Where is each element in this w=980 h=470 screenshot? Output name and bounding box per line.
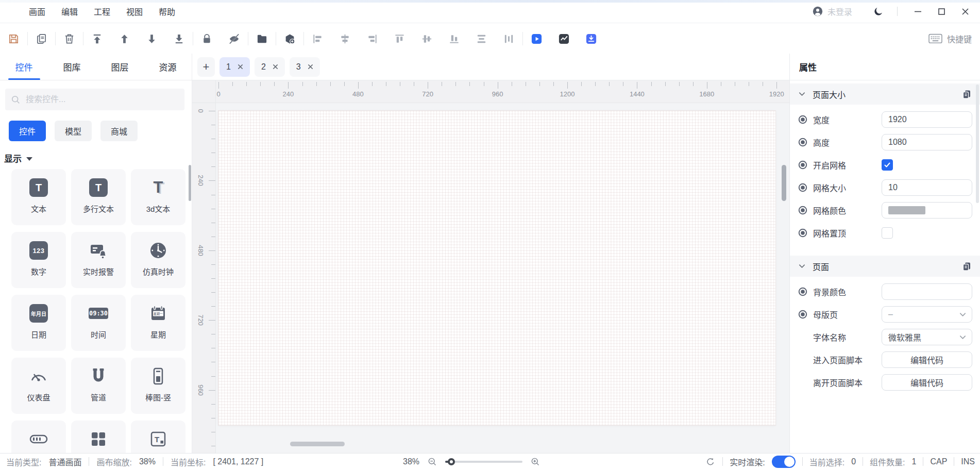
category-row[interactable]: 显示 [4,152,32,164]
distribute-vertical-button[interactable] [468,27,495,51]
page-tab-1[interactable]: 1 [219,57,250,77]
move-to-bottom-button[interactable] [165,27,193,51]
widget-仪表盘[interactable]: 仪表盘 [11,358,66,414]
save-button[interactable] [0,27,27,51]
input-背景颜色[interactable] [882,283,972,300]
zoom-slider-handle[interactable] [448,458,455,465]
filter-模型[interactable]: 模型 [55,121,92,141]
maximize-button[interactable] [934,4,949,19]
realtime-render-toggle[interactable] [772,456,796,468]
design-page[interactable] [218,111,775,425]
bind-indicator-icon[interactable] [798,115,807,124]
caps-lock-indicator[interactable]: CAP [930,457,947,466]
menu-item-1[interactable]: 画面 [29,5,45,18]
widget-partial[interactable]: T [131,421,185,454]
search-input[interactable] [25,94,178,105]
widget-棒图-竖[interactable]: 棒图-竖 [131,358,185,414]
widget-仿真时钟[interactable]: 仿真时钟 [131,232,185,288]
move-up-button[interactable] [111,27,138,51]
left-tab-资源[interactable]: 资源 [144,54,192,80]
align-left-button[interactable] [304,27,331,51]
widget-文本[interactable]: T文本 [11,169,66,225]
align-bottom-button[interactable] [441,27,468,51]
align-center-vertical-button[interactable] [331,27,359,51]
properties-scrollbar[interactable] [976,85,979,203]
preview-run-button[interactable] [523,27,550,51]
widget-管道[interactable]: 管道 [71,358,126,414]
zoom-slider[interactable] [445,461,522,463]
bind-indicator-icon[interactable] [798,183,807,192]
menu-item-4[interactable]: 视图 [126,5,143,18]
widget-时间[interactable]: 09:30时间 [71,295,126,351]
align-top-button[interactable] [386,27,413,51]
zoom-out-button[interactable] [427,457,437,467]
zoom-in-button[interactable] [530,457,540,467]
input-网格大小[interactable]: 10 [882,179,972,196]
chevron-down-icon[interactable] [798,90,806,98]
widget-实时报警[interactable]: 实时报警 [71,232,126,288]
widget-日期[interactable]: 年月日日期 [11,295,66,351]
input-高度[interactable]: 1080 [882,134,972,150]
move-to-top-button[interactable] [83,27,111,51]
download-button[interactable] [578,27,605,51]
folder-button[interactable] [248,27,276,51]
select-字体名称[interactable]: 微软雅黑 [882,329,972,345]
menu-item-5[interactable]: 帮助 [159,5,175,18]
bind-indicator-icon[interactable] [798,160,807,170]
tab-close-icon[interactable] [308,64,313,70]
copy-properties-icon[interactable] [961,261,972,272]
input-宽度[interactable]: 1920 [882,111,972,128]
shortcut-keys-button[interactable]: 快捷键 [928,23,972,54]
left-tab-图层[interactable]: 图层 [96,54,144,80]
bind-indicator-icon[interactable] [798,206,807,215]
dark-mode-toggle[interactable] [873,6,884,17]
section-header-页面大小[interactable]: 页面大小 [790,83,980,105]
bind-indicator-icon[interactable] [798,287,807,296]
select-母版页[interactable]: – [882,306,972,323]
checkbox-开启网格[interactable] [882,159,893,171]
left-tab-图库[interactable]: 图库 [48,54,96,80]
page-tab-3[interactable]: 3 [290,57,320,77]
canvas-vertical-scrollbar[interactable] [782,165,786,201]
menu-item-3[interactable]: 工程 [94,5,110,18]
canvas-horizontal-scrollbar[interactable] [290,442,345,446]
render-monitor-button[interactable] [550,27,578,51]
move-down-button[interactable] [138,27,165,51]
section-header-页面[interactable]: 页面 [790,256,980,277]
page-tab-2[interactable]: 2 [255,57,285,77]
align-right-button[interactable] [359,27,386,51]
widget-partial[interactable] [11,421,66,454]
widget-多行文本[interactable]: T多行文本 [71,169,126,225]
filter-控件[interactable]: 控件 [9,121,46,141]
chevron-down-icon[interactable] [798,262,806,270]
insert-mode-indicator[interactable]: INS [961,457,975,466]
filter-商城[interactable]: 商城 [100,121,138,141]
login-status[interactable]: 未登录 [812,5,852,18]
copy-button[interactable] [28,27,55,51]
hide-button[interactable] [221,27,248,51]
color-input-网格颜色[interactable] [882,202,972,219]
left-tab-控件[interactable]: 控件 [0,54,48,80]
checkbox-网格置顶[interactable] [882,227,893,239]
bind-indicator-icon[interactable] [798,138,807,147]
widget-星期[interactable]: 星期一星期 [131,295,185,351]
button-离开页面脚本[interactable]: 编辑代码 [882,374,972,391]
add-page-button[interactable]: + [197,57,215,77]
canvas-viewport[interactable] [216,103,789,454]
bind-indicator-icon[interactable] [798,228,807,238]
widget-partial[interactable] [71,421,126,454]
tab-close-icon[interactable] [273,64,278,70]
copy-properties-icon[interactable] [961,89,972,99]
close-button[interactable] [957,4,973,19]
button-进入页面脚本[interactable]: 编辑代码 [882,351,972,368]
bind-indicator-icon[interactable] [798,310,807,319]
refresh-button[interactable] [705,457,716,467]
align-center-horizontal-button[interactable] [413,27,441,51]
delete-button[interactable] [56,27,83,51]
widget-3d文本[interactable]: T3d文本 [131,169,185,225]
lock-button[interactable] [193,27,221,51]
widget-search[interactable] [5,89,184,110]
minimize-button[interactable] [910,4,925,19]
left-panel-scrollbar[interactable] [189,165,191,201]
distribute-horizontal-button[interactable] [495,27,522,51]
